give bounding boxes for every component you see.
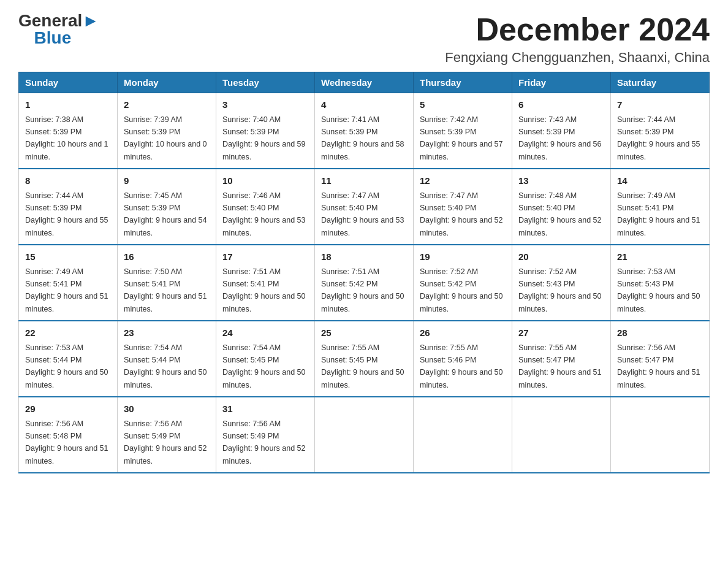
calendar-table: Sunday Monday Tuesday Wednesday Thursday… <box>18 72 710 473</box>
page-header: General► Blue December 2024 Fengxiang Ch… <box>18 12 710 66</box>
day-number: 15 <box>25 250 111 264</box>
day-number: 6 <box>518 98 604 112</box>
calendar-cell: 9Sunrise: 7:45 AMSunset: 5:39 PMDaylight… <box>118 169 216 245</box>
calendar-cell: 26Sunrise: 7:55 AMSunset: 5:46 PMDayligh… <box>414 321 512 397</box>
day-info: Sunrise: 7:52 AMSunset: 5:43 PMDaylight:… <box>518 267 602 313</box>
day-info: Sunrise: 7:55 AMSunset: 5:45 PMDaylight:… <box>321 343 404 389</box>
day-info: Sunrise: 7:49 AMSunset: 5:41 PMDaylight:… <box>25 267 108 313</box>
day-number: 13 <box>518 174 604 188</box>
day-info: Sunrise: 7:43 AMSunset: 5:39 PMDaylight:… <box>518 115 602 161</box>
col-thursday: Thursday <box>414 72 512 93</box>
day-number: 12 <box>420 174 506 188</box>
calendar-header: Sunday Monday Tuesday Wednesday Thursday… <box>19 72 710 93</box>
calendar-cell: 17Sunrise: 7:51 AMSunset: 5:41 PMDayligh… <box>216 245 315 321</box>
day-info: Sunrise: 7:44 AMSunset: 5:39 PMDaylight:… <box>25 191 108 237</box>
calendar-cell: 4Sunrise: 7:41 AMSunset: 5:39 PMDaylight… <box>315 93 414 169</box>
day-number: 20 <box>518 250 604 264</box>
month-title: December 2024 <box>445 12 710 47</box>
day-info: Sunrise: 7:55 AMSunset: 5:46 PMDaylight:… <box>420 343 503 389</box>
day-number: 27 <box>518 326 604 340</box>
calendar-cell: 8Sunrise: 7:44 AMSunset: 5:39 PMDaylight… <box>19 169 118 245</box>
calendar-cell: 29Sunrise: 7:56 AMSunset: 5:48 PMDayligh… <box>19 397 118 473</box>
day-info: Sunrise: 7:47 AMSunset: 5:40 PMDaylight:… <box>321 191 404 237</box>
day-info: Sunrise: 7:55 AMSunset: 5:47 PMDaylight:… <box>518 343 602 389</box>
col-tuesday: Tuesday <box>216 72 315 93</box>
day-info: Sunrise: 7:46 AMSunset: 5:40 PMDaylight:… <box>222 191 306 237</box>
calendar-body: 1Sunrise: 7:38 AMSunset: 5:39 PMDaylight… <box>19 93 710 473</box>
calendar-week-row: 1Sunrise: 7:38 AMSunset: 5:39 PMDaylight… <box>19 93 710 169</box>
day-info: Sunrise: 7:53 AMSunset: 5:43 PMDaylight:… <box>617 267 700 313</box>
day-info: Sunrise: 7:51 AMSunset: 5:42 PMDaylight:… <box>321 267 404 313</box>
day-info: Sunrise: 7:52 AMSunset: 5:42 PMDaylight:… <box>420 267 503 313</box>
calendar-cell: 2Sunrise: 7:39 AMSunset: 5:39 PMDaylight… <box>118 93 216 169</box>
col-friday: Friday <box>512 72 611 93</box>
day-info: Sunrise: 7:49 AMSunset: 5:41 PMDaylight:… <box>617 191 700 237</box>
calendar-cell: 31Sunrise: 7:56 AMSunset: 5:49 PMDayligh… <box>216 397 315 473</box>
day-number: 5 <box>420 98 506 112</box>
logo: General► Blue <box>18 12 99 47</box>
day-number: 10 <box>222 174 308 188</box>
day-info: Sunrise: 7:48 AMSunset: 5:40 PMDaylight:… <box>518 191 602 237</box>
day-number: 28 <box>617 326 703 340</box>
col-monday: Monday <box>118 72 216 93</box>
day-number: 19 <box>420 250 506 264</box>
calendar-cell: 21Sunrise: 7:53 AMSunset: 5:43 PMDayligh… <box>611 245 710 321</box>
calendar-cell: 13Sunrise: 7:48 AMSunset: 5:40 PMDayligh… <box>512 169 611 245</box>
location-title: Fengxiang Chengguanzhen, Shaanxi, China <box>445 50 710 66</box>
calendar-cell: 11Sunrise: 7:47 AMSunset: 5:40 PMDayligh… <box>315 169 414 245</box>
calendar-cell: 1Sunrise: 7:38 AMSunset: 5:39 PMDaylight… <box>19 93 118 169</box>
calendar-cell: 16Sunrise: 7:50 AMSunset: 5:41 PMDayligh… <box>118 245 216 321</box>
calendar-cell: 25Sunrise: 7:55 AMSunset: 5:45 PMDayligh… <box>315 321 414 397</box>
day-info: Sunrise: 7:42 AMSunset: 5:39 PMDaylight:… <box>420 115 503 161</box>
day-info: Sunrise: 7:56 AMSunset: 5:49 PMDaylight:… <box>222 419 306 465</box>
day-number: 8 <box>25 174 111 188</box>
day-number: 16 <box>124 250 210 264</box>
calendar-cell: 12Sunrise: 7:47 AMSunset: 5:40 PMDayligh… <box>414 169 512 245</box>
calendar-week-row: 15Sunrise: 7:49 AMSunset: 5:41 PMDayligh… <box>19 245 710 321</box>
day-number: 24 <box>222 326 308 340</box>
day-info: Sunrise: 7:56 AMSunset: 5:49 PMDaylight:… <box>124 419 207 465</box>
calendar-cell: 20Sunrise: 7:52 AMSunset: 5:43 PMDayligh… <box>512 245 611 321</box>
calendar-cell: 14Sunrise: 7:49 AMSunset: 5:41 PMDayligh… <box>611 169 710 245</box>
calendar-cell <box>315 397 414 473</box>
day-info: Sunrise: 7:44 AMSunset: 5:39 PMDaylight:… <box>617 115 700 161</box>
day-number: 21 <box>617 250 703 264</box>
day-number: 14 <box>617 174 703 188</box>
day-number: 7 <box>617 98 703 112</box>
day-number: 26 <box>420 326 506 340</box>
calendar-cell: 6Sunrise: 7:43 AMSunset: 5:39 PMDaylight… <box>512 93 611 169</box>
title-block: December 2024 Fengxiang Chengguanzhen, S… <box>445 12 710 66</box>
day-number: 23 <box>124 326 210 340</box>
day-number: 31 <box>222 402 308 416</box>
calendar-cell <box>611 397 710 473</box>
day-info: Sunrise: 7:39 AMSunset: 5:39 PMDaylight:… <box>124 115 207 161</box>
col-sunday: Sunday <box>19 72 118 93</box>
day-number: 25 <box>321 326 407 340</box>
calendar-cell: 27Sunrise: 7:55 AMSunset: 5:47 PMDayligh… <box>512 321 611 397</box>
calendar-cell: 23Sunrise: 7:54 AMSunset: 5:44 PMDayligh… <box>118 321 216 397</box>
day-number: 11 <box>321 174 407 188</box>
logo-blue-text: Blue <box>25 29 71 47</box>
calendar-cell: 10Sunrise: 7:46 AMSunset: 5:40 PMDayligh… <box>216 169 315 245</box>
calendar-cell: 7Sunrise: 7:44 AMSunset: 5:39 PMDaylight… <box>611 93 710 169</box>
day-number: 29 <box>25 402 111 416</box>
day-info: Sunrise: 7:56 AMSunset: 5:47 PMDaylight:… <box>617 343 700 389</box>
day-number: 18 <box>321 250 407 264</box>
day-info: Sunrise: 7:54 AMSunset: 5:44 PMDaylight:… <box>124 343 207 389</box>
calendar-cell: 19Sunrise: 7:52 AMSunset: 5:42 PMDayligh… <box>414 245 512 321</box>
header-row: Sunday Monday Tuesday Wednesday Thursday… <box>19 72 710 93</box>
day-number: 9 <box>124 174 210 188</box>
day-number: 22 <box>25 326 111 340</box>
logo-general-text: General► <box>18 12 99 29</box>
day-number: 3 <box>222 98 308 112</box>
day-info: Sunrise: 7:53 AMSunset: 5:44 PMDaylight:… <box>25 343 108 389</box>
day-number: 4 <box>321 98 407 112</box>
day-info: Sunrise: 7:54 AMSunset: 5:45 PMDaylight:… <box>222 343 306 389</box>
calendar-week-row: 8Sunrise: 7:44 AMSunset: 5:39 PMDaylight… <box>19 169 710 245</box>
day-number: 2 <box>124 98 210 112</box>
calendar-cell: 28Sunrise: 7:56 AMSunset: 5:47 PMDayligh… <box>611 321 710 397</box>
day-number: 30 <box>124 402 210 416</box>
calendar-week-row: 29Sunrise: 7:56 AMSunset: 5:48 PMDayligh… <box>19 397 710 473</box>
day-info: Sunrise: 7:45 AMSunset: 5:39 PMDaylight:… <box>124 191 207 237</box>
day-info: Sunrise: 7:51 AMSunset: 5:41 PMDaylight:… <box>222 267 306 313</box>
